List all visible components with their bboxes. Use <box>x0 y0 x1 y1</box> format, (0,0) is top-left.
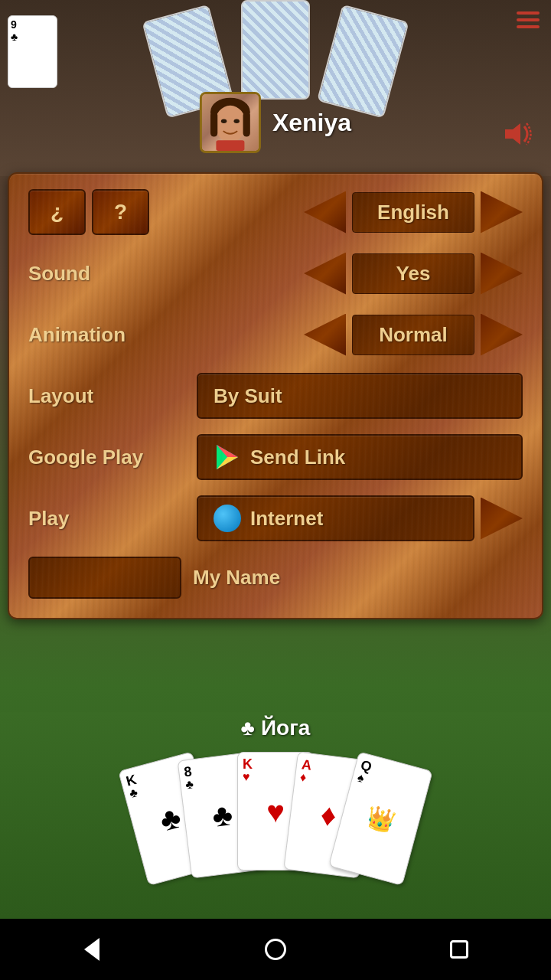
layout-controls: By Suit <box>197 373 523 419</box>
help-button-2[interactable]: ? <box>92 189 149 235</box>
player-name: Xeniya <box>272 109 351 137</box>
language-prev-button[interactable] <box>304 191 346 234</box>
language-row: ¿ ? English <box>28 189 523 235</box>
language-value: English <box>352 192 474 233</box>
svg-point-1 <box>215 106 246 142</box>
google-play-row: Google Play Send Link <box>28 434 523 480</box>
player-hand: K ♣ ♣ 8 ♣ ♣ K ♥ ♥ A ♦ ♦ Q ♠ 👑 <box>0 752 551 871</box>
layout-row: Layout By Suit <box>28 373 523 419</box>
menu-line-1 <box>517 11 540 15</box>
avatar <box>200 92 261 153</box>
play-controls: Internet <box>197 495 523 541</box>
google-play-label: Google Play <box>28 446 197 469</box>
sound-value: Yes <box>352 253 474 294</box>
help-button-1[interactable]: ¿ <box>28 189 86 235</box>
menu-line-2 <box>517 18 540 21</box>
send-link-button[interactable]: Send Link <box>197 434 523 480</box>
svg-rect-2 <box>210 112 217 136</box>
animation-label: Animation <box>28 323 197 347</box>
sound-next-button[interactable] <box>481 253 523 295</box>
layout-label: Layout <box>28 384 197 408</box>
home-icon <box>265 939 286 960</box>
animation-prev-button[interactable] <box>304 314 346 356</box>
nav-recent-button[interactable] <box>440 930 478 969</box>
animation-next-button[interactable] <box>481 314 523 356</box>
globe-icon <box>214 505 241 532</box>
animation-value: Normal <box>352 315 474 355</box>
svg-rect-3 <box>243 112 250 136</box>
my-name-row: My Name <box>28 557 523 599</box>
android-nav-bar <box>0 919 551 980</box>
language-controls: English <box>155 191 523 234</box>
avatar-image <box>202 94 259 151</box>
layout-button[interactable]: By Suit <box>197 373 523 419</box>
nav-home-button[interactable] <box>256 930 295 969</box>
animation-controls: Normal <box>197 314 523 356</box>
recent-apps-icon <box>450 940 468 959</box>
club-symbol: ♣ <box>241 716 255 740</box>
svg-point-5 <box>234 119 240 123</box>
google-play-controls: Send Link <box>197 434 523 480</box>
play-row: Play Internet <box>28 495 523 541</box>
name-input[interactable] <box>28 557 181 599</box>
menu-line-3 <box>517 25 540 28</box>
player-info: Xeniya <box>200 92 351 153</box>
svg-point-4 <box>221 119 227 123</box>
back-icon <box>84 938 99 961</box>
animation-row: Animation Normal <box>28 312 523 358</box>
corner-card: 9 ♣ <box>8 15 57 88</box>
sound-label: Sound <box>28 262 197 286</box>
speaker-icon <box>501 119 536 149</box>
card-back <box>241 0 310 100</box>
corner-card-suit: ♣ <box>11 31 18 43</box>
sound-prev-button[interactable] <box>304 253 346 295</box>
menu-icon[interactable] <box>517 11 540 28</box>
sound-controls: Yes <box>197 253 523 295</box>
avatar-svg <box>202 92 259 153</box>
my-name-label: My Name <box>193 566 280 590</box>
svg-rect-6 <box>216 140 244 151</box>
play-next-button[interactable] <box>481 498 523 540</box>
play-label: Play <box>28 507 197 531</box>
nav-back-button[interactable] <box>73 930 111 969</box>
bottom-area: ♣ Йога K ♣ ♣ 8 ♣ ♣ K ♥ ♥ A ♦ ♦ Q <box>0 712 551 919</box>
corner-card-rank: 9 <box>11 18 17 31</box>
bottom-player-name: ♣ Йога <box>241 716 311 740</box>
google-play-icon <box>214 443 241 471</box>
settings-panel: ¿ ? English Sound Yes Animation Normal L… <box>8 172 543 619</box>
sound-toggle-icon[interactable] <box>501 119 536 156</box>
internet-button[interactable]: Internet <box>197 495 474 541</box>
language-next-button[interactable] <box>481 191 523 234</box>
sound-row: Sound Yes <box>28 250 523 296</box>
